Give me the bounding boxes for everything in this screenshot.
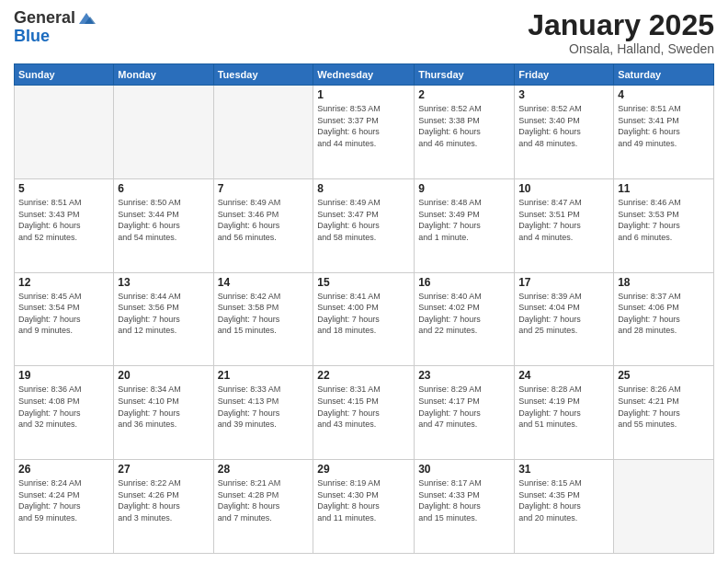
logo-blue: Blue bbox=[14, 28, 96, 46]
day-header-friday: Friday bbox=[515, 64, 614, 86]
day-number: 22 bbox=[317, 369, 410, 382]
calendar-cell: 2Sunrise: 8:52 AM Sunset: 3:38 PM Daylig… bbox=[415, 86, 515, 179]
calendar-cell: 22Sunrise: 8:31 AM Sunset: 4:15 PM Dayli… bbox=[313, 366, 415, 460]
day-info: Sunrise: 8:51 AM Sunset: 3:41 PM Dayligh… bbox=[618, 103, 710, 149]
calendar-cell: 30Sunrise: 8:17 AM Sunset: 4:33 PM Dayli… bbox=[415, 460, 515, 554]
day-number: 26 bbox=[18, 463, 109, 476]
calendar-cell bbox=[114, 86, 213, 179]
calendar-cell: 4Sunrise: 8:51 AM Sunset: 3:41 PM Daylig… bbox=[614, 86, 714, 179]
day-number: 29 bbox=[317, 463, 410, 476]
day-number: 28 bbox=[218, 463, 310, 476]
calendar-cell: 8Sunrise: 8:49 AM Sunset: 3:47 PM Daylig… bbox=[313, 178, 415, 272]
day-number: 5 bbox=[18, 182, 109, 195]
day-number: 7 bbox=[218, 182, 310, 195]
calendar-cell: 28Sunrise: 8:21 AM Sunset: 4:28 PM Dayli… bbox=[213, 460, 313, 554]
page: General Blue January 2025 Onsala, Hallan… bbox=[0, 0, 728, 563]
calendar-cell bbox=[15, 86, 114, 179]
day-info: Sunrise: 8:22 AM Sunset: 4:26 PM Dayligh… bbox=[118, 477, 209, 523]
calendar-cell: 3Sunrise: 8:52 AM Sunset: 3:40 PM Daylig… bbox=[515, 86, 614, 179]
day-info: Sunrise: 8:29 AM Sunset: 4:17 PM Dayligh… bbox=[418, 384, 510, 430]
day-info: Sunrise: 8:39 AM Sunset: 4:04 PM Dayligh… bbox=[518, 291, 609, 337]
day-number: 10 bbox=[518, 182, 609, 195]
calendar-week-5: 26Sunrise: 8:24 AM Sunset: 4:24 PM Dayli… bbox=[15, 460, 714, 554]
day-info: Sunrise: 8:26 AM Sunset: 4:21 PM Dayligh… bbox=[618, 384, 710, 430]
day-number: 20 bbox=[118, 369, 209, 382]
day-info: Sunrise: 8:19 AM Sunset: 4:30 PM Dayligh… bbox=[317, 477, 410, 523]
day-number: 4 bbox=[618, 88, 710, 101]
calendar-cell: 17Sunrise: 8:39 AM Sunset: 4:04 PM Dayli… bbox=[515, 272, 614, 366]
day-number: 30 bbox=[418, 463, 510, 476]
calendar-cell: 15Sunrise: 8:41 AM Sunset: 4:00 PM Dayli… bbox=[313, 272, 415, 366]
calendar-week-1: 1Sunrise: 8:53 AM Sunset: 3:37 PM Daylig… bbox=[15, 86, 714, 179]
calendar-cell: 7Sunrise: 8:49 AM Sunset: 3:46 PM Daylig… bbox=[213, 178, 313, 272]
day-number: 6 bbox=[118, 182, 209, 195]
day-number: 24 bbox=[518, 369, 609, 382]
title-block: January 2025 Onsala, Halland, Sweden bbox=[528, 9, 714, 56]
calendar-cell: 23Sunrise: 8:29 AM Sunset: 4:17 PM Dayli… bbox=[415, 366, 515, 460]
calendar-week-3: 12Sunrise: 8:45 AM Sunset: 3:54 PM Dayli… bbox=[15, 272, 714, 366]
calendar-cell: 10Sunrise: 8:47 AM Sunset: 3:51 PM Dayli… bbox=[515, 178, 614, 272]
day-info: Sunrise: 8:52 AM Sunset: 3:40 PM Dayligh… bbox=[518, 103, 609, 149]
day-info: Sunrise: 8:44 AM Sunset: 3:56 PM Dayligh… bbox=[118, 291, 209, 337]
calendar-cell: 31Sunrise: 8:15 AM Sunset: 4:35 PM Dayli… bbox=[515, 460, 614, 554]
day-info: Sunrise: 8:52 AM Sunset: 3:38 PM Dayligh… bbox=[418, 103, 510, 149]
day-number: 25 bbox=[618, 369, 710, 382]
day-info: Sunrise: 8:53 AM Sunset: 3:37 PM Dayligh… bbox=[317, 103, 410, 149]
day-info: Sunrise: 8:45 AM Sunset: 3:54 PM Dayligh… bbox=[18, 291, 109, 337]
calendar-cell: 26Sunrise: 8:24 AM Sunset: 4:24 PM Dayli… bbox=[15, 460, 114, 554]
location: Onsala, Halland, Sweden bbox=[528, 41, 714, 56]
day-info: Sunrise: 8:48 AM Sunset: 3:49 PM Dayligh… bbox=[418, 197, 510, 243]
day-number: 15 bbox=[317, 276, 410, 289]
calendar-cell: 9Sunrise: 8:48 AM Sunset: 3:49 PM Daylig… bbox=[415, 178, 515, 272]
logo-general: General bbox=[14, 9, 75, 28]
day-header-saturday: Saturday bbox=[614, 64, 714, 86]
calendar-table: SundayMondayTuesdayWednesdayThursdayFrid… bbox=[14, 63, 714, 554]
calendar-cell bbox=[213, 86, 313, 179]
day-number: 12 bbox=[18, 276, 109, 289]
day-info: Sunrise: 8:42 AM Sunset: 3:58 PM Dayligh… bbox=[218, 291, 310, 337]
calendar-cell: 11Sunrise: 8:46 AM Sunset: 3:53 PM Dayli… bbox=[614, 178, 714, 272]
day-info: Sunrise: 8:21 AM Sunset: 4:28 PM Dayligh… bbox=[218, 477, 310, 523]
day-header-tuesday: Tuesday bbox=[213, 64, 313, 86]
day-number: 21 bbox=[218, 369, 310, 382]
day-number: 19 bbox=[18, 369, 109, 382]
day-number: 31 bbox=[518, 463, 609, 476]
day-header-wednesday: Wednesday bbox=[313, 64, 415, 86]
day-number: 17 bbox=[518, 276, 609, 289]
calendar-header-row: SundayMondayTuesdayWednesdayThursdayFrid… bbox=[15, 64, 714, 86]
calendar-week-2: 5Sunrise: 8:51 AM Sunset: 3:43 PM Daylig… bbox=[15, 178, 714, 272]
day-number: 27 bbox=[118, 463, 209, 476]
calendar-cell: 24Sunrise: 8:28 AM Sunset: 4:19 PM Dayli… bbox=[515, 366, 614, 460]
day-info: Sunrise: 8:36 AM Sunset: 4:08 PM Dayligh… bbox=[18, 384, 109, 430]
calendar-cell: 12Sunrise: 8:45 AM Sunset: 3:54 PM Dayli… bbox=[15, 272, 114, 366]
calendar-cell: 6Sunrise: 8:50 AM Sunset: 3:44 PM Daylig… bbox=[114, 178, 213, 272]
day-number: 3 bbox=[518, 88, 609, 101]
day-info: Sunrise: 8:28 AM Sunset: 4:19 PM Dayligh… bbox=[518, 384, 609, 430]
day-number: 14 bbox=[218, 276, 310, 289]
logo: General Blue bbox=[14, 9, 96, 46]
day-header-thursday: Thursday bbox=[415, 64, 515, 86]
day-info: Sunrise: 8:15 AM Sunset: 4:35 PM Dayligh… bbox=[518, 477, 609, 523]
day-info: Sunrise: 8:47 AM Sunset: 3:51 PM Dayligh… bbox=[518, 197, 609, 243]
day-number: 16 bbox=[418, 276, 510, 289]
calendar-cell bbox=[614, 460, 714, 554]
day-info: Sunrise: 8:40 AM Sunset: 4:02 PM Dayligh… bbox=[418, 291, 510, 337]
header: General Blue January 2025 Onsala, Hallan… bbox=[14, 9, 714, 56]
day-header-monday: Monday bbox=[114, 64, 213, 86]
day-header-sunday: Sunday bbox=[15, 64, 114, 86]
day-number: 9 bbox=[418, 182, 510, 195]
calendar-cell: 27Sunrise: 8:22 AM Sunset: 4:26 PM Dayli… bbox=[114, 460, 213, 554]
logo-text: General Blue bbox=[14, 9, 96, 46]
day-number: 13 bbox=[118, 276, 209, 289]
day-number: 23 bbox=[418, 369, 510, 382]
day-info: Sunrise: 8:49 AM Sunset: 3:46 PM Dayligh… bbox=[218, 197, 310, 243]
day-info: Sunrise: 8:33 AM Sunset: 4:13 PM Dayligh… bbox=[218, 384, 310, 430]
day-info: Sunrise: 8:41 AM Sunset: 4:00 PM Dayligh… bbox=[317, 291, 410, 337]
day-info: Sunrise: 8:31 AM Sunset: 4:15 PM Dayligh… bbox=[317, 384, 410, 430]
calendar-cell: 20Sunrise: 8:34 AM Sunset: 4:10 PM Dayli… bbox=[114, 366, 213, 460]
day-info: Sunrise: 8:49 AM Sunset: 3:47 PM Dayligh… bbox=[317, 197, 410, 243]
day-number: 18 bbox=[618, 276, 710, 289]
day-info: Sunrise: 8:17 AM Sunset: 4:33 PM Dayligh… bbox=[418, 477, 510, 523]
calendar-cell: 25Sunrise: 8:26 AM Sunset: 4:21 PM Dayli… bbox=[614, 366, 714, 460]
calendar-cell: 16Sunrise: 8:40 AM Sunset: 4:02 PM Dayli… bbox=[415, 272, 515, 366]
